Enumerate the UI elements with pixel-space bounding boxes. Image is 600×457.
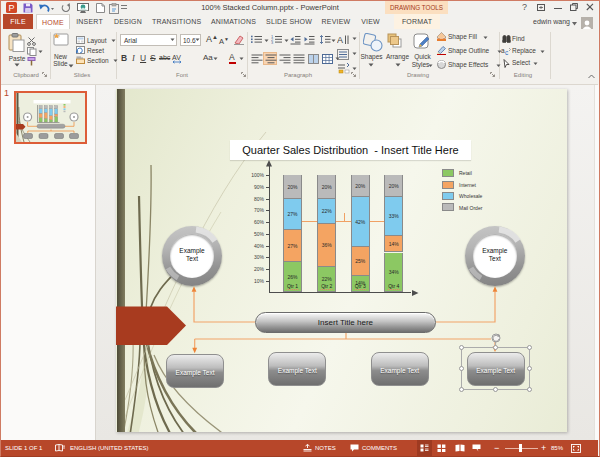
svg-text:c: c [505,49,509,55]
svg-text:3: 3 [271,40,274,45]
svg-text:A: A [337,35,343,45]
svg-text:P: P [8,3,14,13]
